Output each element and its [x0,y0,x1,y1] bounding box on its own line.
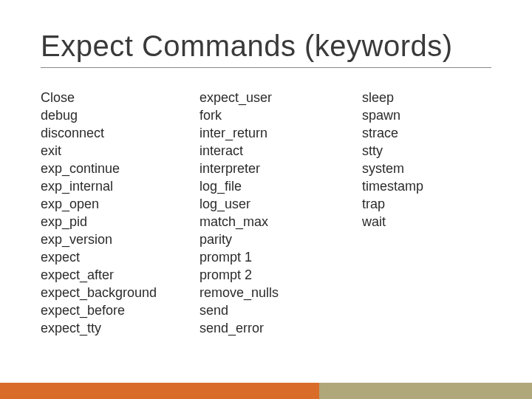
footer-bar [0,383,532,399]
keyword-item: fork [200,106,362,124]
keyword-item: expect_tty [41,319,200,337]
keyword-item: log_file [200,177,362,195]
keyword-item: timestamp [362,177,423,195]
keyword-item: exp_internal [41,177,200,195]
keyword-item: spawn [362,106,423,124]
keyword-item: trap [362,195,423,213]
keyword-column-2: expect_user fork inter_return interact i… [200,89,362,337]
keyword-item: system [362,160,423,177]
keyword-item: exp_open [41,195,200,213]
keyword-column-3: sleep spawn strace stty system timestamp… [362,89,423,337]
keyword-item: parity [200,231,362,248]
keyword-item: send [200,301,362,319]
keyword-item: exp_version [41,231,200,248]
keyword-item: inter_return [200,124,362,142]
keyword-column-1: Close debug disconnect exit exp_continue… [41,89,200,337]
keyword-item: exp_continue [41,160,200,177]
keyword-item: log_user [200,195,362,213]
keyword-item: prompt 1 [200,248,362,266]
keyword-item: prompt 2 [200,266,362,284]
keyword-columns: Close debug disconnect exit exp_continue… [41,89,491,337]
slide: Expect Commands (keywords) Close debug d… [0,0,532,399]
keyword-item: wait [362,213,423,231]
keyword-item: expect_background [41,284,200,301]
keyword-item: expect_after [41,266,200,284]
footer-accent-right [319,383,532,399]
keyword-item: match_max [200,213,362,231]
keyword-item: remove_nulls [200,284,362,301]
keyword-item: strace [362,124,423,142]
footer-accent-left [0,383,319,399]
keyword-item: exp_pid [41,213,200,231]
keyword-item: expect [41,248,200,266]
keyword-item: expect_user [200,89,362,106]
slide-title: Expect Commands (keywords) [41,30,491,68]
keyword-item: sleep [362,89,423,106]
keyword-item: exit [41,142,200,160]
keyword-item: interpreter [200,160,362,177]
keyword-item: disconnect [41,124,200,142]
keyword-item: Close [41,89,200,106]
keyword-item: send_error [200,319,362,337]
keyword-item: interact [200,142,362,160]
keyword-item: debug [41,106,200,124]
keyword-item: expect_before [41,301,200,319]
keyword-item: stty [362,142,423,160]
